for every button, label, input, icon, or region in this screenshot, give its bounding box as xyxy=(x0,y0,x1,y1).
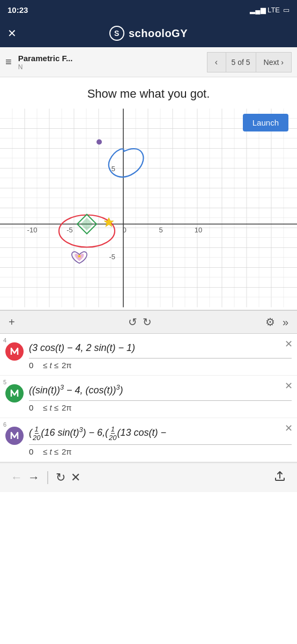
nav-counter: 5 of 5 xyxy=(226,52,256,72)
settings-icon[interactable]: ⚙ xyxy=(265,316,275,328)
app-name: schooloGY xyxy=(129,27,188,40)
svg-point-57 xyxy=(96,140,102,145)
nav-back-button[interactable]: ‹ xyxy=(207,52,226,72)
bottom-forward-button[interactable]: → xyxy=(28,471,40,485)
range-end-6: 2π xyxy=(62,447,72,456)
eq-formula-6: (120(16 sin(t)3) − 6,(120(13 cos(t) − xyxy=(29,426,292,441)
nav-controls: ‹ 5 of 5 Next › xyxy=(207,52,292,72)
bottom-close-button[interactable]: ✕ xyxy=(71,471,80,485)
signal-icon: ▂▄▆ LTE xyxy=(250,6,280,14)
expand-icon[interactable]: » xyxy=(283,316,288,328)
svg-text:10: 10 xyxy=(195,226,202,234)
graph-toolbar: + ↺ ↻ ⚙ » xyxy=(0,310,297,334)
add-icon[interactable]: + xyxy=(9,316,15,328)
eq-number-5: 5 xyxy=(3,379,6,385)
range-start-5: 0 xyxy=(29,403,40,412)
eq-content-5: ((sin(t))3 − 4, (cos(t))3) 0 ≤ t ≤ 2π xyxy=(29,383,292,412)
nav-title: Parametric F... xyxy=(18,54,203,63)
app-header: ✕ S schooloGY xyxy=(0,19,297,47)
eq-icon-6 xyxy=(5,427,24,445)
bottom-share-button[interactable] xyxy=(273,470,286,486)
nav-next-button[interactable]: Next › xyxy=(256,52,292,72)
equation-row-4: 4 (3 cos(t) − 4, 2 sin(t) − 1) 0 ≤ t ≤ 2… xyxy=(0,334,297,376)
eq-range-4: 0 ≤ t ≤ 2π xyxy=(29,358,292,370)
eq-number-4: 4 xyxy=(3,337,6,343)
bottom-refresh-button[interactable]: ↻ xyxy=(56,471,65,485)
range-end-4: 2π xyxy=(62,361,72,370)
nav-bar: ≡ Parametric F... N ‹ 5 of 5 Next › xyxy=(0,47,297,77)
svg-text:-10: -10 xyxy=(27,226,38,234)
toolbar-left: + xyxy=(9,316,15,328)
eq-content-4: (3 cos(t) − 4, 2 sin(t) − 1) 0 ≤ t ≤ 2π xyxy=(29,341,292,370)
range-start-6: 0 xyxy=(29,447,40,456)
eq-formula-4: (3 cos(t) − 4, 2 sin(t) − 1) xyxy=(29,341,292,355)
range-leq-6: ≤ t ≤ xyxy=(43,447,58,456)
nav-next-icon: › xyxy=(281,58,284,67)
eq-number-6: 6 xyxy=(3,421,6,428)
nav-title-block: Parametric F... N xyxy=(18,54,203,71)
equation-row-6: 6 (120(16 sin(t)3) − 6,(120(13 cos(t) − … xyxy=(0,418,297,462)
main-content: Show me what you got. Launch xyxy=(0,77,297,462)
app-title: S schooloGY xyxy=(109,26,188,41)
launch-button[interactable]: Launch xyxy=(243,114,288,131)
range-leq-1: ≤ t ≤ xyxy=(43,361,58,370)
nav-next-label: Next xyxy=(264,58,279,67)
nav-subtitle: N xyxy=(18,63,203,71)
eq-icon-4 xyxy=(5,342,24,361)
range-start-4: 0 xyxy=(29,361,40,370)
undo-icon[interactable]: ↺ xyxy=(128,316,137,328)
range-end-5: 2π xyxy=(62,403,72,412)
bottom-nav: ← → ↻ ✕ xyxy=(0,462,297,492)
eq-range-6: 0 ≤ t ≤ 2π xyxy=(29,444,292,456)
eq-formula-5: ((sin(t))3 − 4, (cos(t))3) xyxy=(29,383,292,397)
status-time: 10:23 xyxy=(8,5,28,14)
battery-icon: ▭ xyxy=(283,6,289,14)
schoology-icon: S xyxy=(109,26,124,41)
equation-row-5: 5 ((sin(t))3 − 4, (cos(t))3) 0 ≤ t ≤ 2π … xyxy=(0,376,297,418)
eq-close-6[interactable]: ✕ xyxy=(285,422,293,434)
close-button[interactable]: ✕ xyxy=(8,27,17,40)
eq-close-5[interactable]: ✕ xyxy=(285,380,293,392)
svg-text:-5: -5 xyxy=(66,226,73,234)
bottom-divider xyxy=(47,471,48,484)
status-bar: 10:23 ▂▄▆ LTE ▭ xyxy=(0,0,297,19)
redo-icon[interactable]: ↻ xyxy=(143,316,152,328)
eq-icon-5 xyxy=(5,384,24,402)
range-leq-5: ≤ t ≤ xyxy=(43,403,58,412)
graph-container: Launch xyxy=(0,106,297,310)
eq-range-5: 0 ≤ t ≤ 2π xyxy=(29,400,292,412)
svg-text:5: 5 xyxy=(159,226,162,234)
eq-content-6: (120(16 sin(t)3) − 6,(120(13 cos(t) − 0 … xyxy=(29,426,292,456)
menu-icon[interactable]: ≡ xyxy=(5,56,12,68)
svg-text:0: 0 xyxy=(122,226,126,234)
instruction-text: Show me what you got. xyxy=(0,77,297,106)
graph-svg: -10 -5 0 5 10 5 -5 xyxy=(0,106,297,310)
eq-close-4[interactable]: ✕ xyxy=(285,338,293,350)
bottom-left: ← → ↻ ✕ xyxy=(11,471,80,485)
toolbar-right: ⚙ » xyxy=(265,316,288,328)
status-icons: ▂▄▆ LTE ▭ xyxy=(250,6,289,14)
equations-list: 4 (3 cos(t) − 4, 2 sin(t) − 1) 0 ≤ t ≤ 2… xyxy=(0,334,297,462)
bottom-back-button[interactable]: ← xyxy=(11,471,23,485)
svg-text:-5: -5 xyxy=(109,253,115,261)
svg-text:5: 5 xyxy=(112,165,115,173)
